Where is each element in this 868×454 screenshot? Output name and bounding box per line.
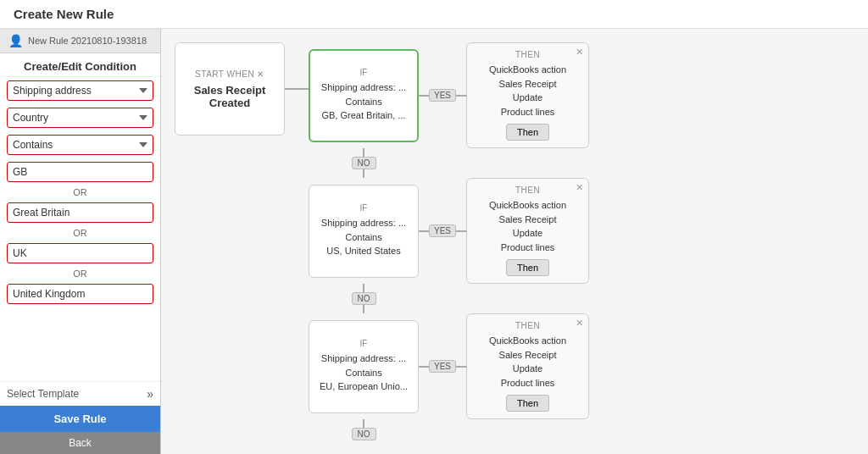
if-node-3-header: IF — [360, 339, 368, 348]
then-node-2-body: QuickBooks actionSales ReceiptUpdateProd… — [489, 198, 566, 254]
then-node-1-body: QuickBooks actionSales ReceiptUpdateProd… — [489, 63, 566, 119]
no-badge-3: NO — [352, 428, 376, 440]
then-close-2[interactable]: ✕ — [576, 182, 583, 193]
then-node-3: ✕ THEN QuickBooks actionSales ReceiptUpd… — [466, 313, 589, 419]
if-node-2-header: IF — [360, 203, 368, 213]
then-button-2[interactable]: Then — [506, 259, 549, 276]
page-title: Create New Rule — [14, 7, 114, 21]
back-button[interactable]: Back — [0, 432, 160, 454]
select-template-label: Select Template — [7, 388, 79, 400]
then-node-2-header: THEN — [515, 185, 540, 195]
then-node-2: ✕ THEN QuickBooks actionSales ReceiptUpd… — [466, 178, 589, 284]
then-node-1: ✕ THEN QuickBooks actionSales ReceiptUpd… — [466, 42, 589, 148]
start-node-header: START WHEN ✕ — [195, 69, 264, 79]
if-node-2-body: Shipping address: ...ContainsUS, United … — [321, 216, 406, 258]
start-node-title: Sales Receipt Created — [182, 84, 277, 109]
main-layout: 👤 New Rule 20210810-193818 Create/Edit C… — [0, 29, 868, 454]
value3-input[interactable] — [7, 243, 153, 263]
then-close-3[interactable]: ✕ — [576, 318, 583, 329]
value1-input[interactable] — [7, 162, 153, 182]
sidebar: 👤 New Rule 20210810-193818 Create/Edit C… — [0, 29, 161, 454]
then-button-3[interactable]: Then — [506, 395, 549, 412]
value4-group — [0, 280, 160, 307]
then-node-3-header: THEN — [515, 321, 540, 330]
field3-group: Contains — [0, 131, 160, 158]
if-node-1-header: IF — [360, 68, 368, 77]
rule-name-bar: 👤 New Rule 20210810-193818 — [0, 29, 160, 53]
then-close-1[interactable]: ✕ — [576, 47, 583, 58]
panel-title: Create/Edit Condition — [0, 53, 160, 77]
save-rule-button[interactable]: Save Rule — [0, 406, 160, 432]
value3-group — [0, 240, 160, 267]
start-node: START WHEN ✕ Sales Receipt Created — [175, 42, 285, 136]
value1-group — [0, 158, 160, 185]
field2-group: Country — [0, 104, 160, 131]
select-template-row[interactable]: Select Template » — [0, 381, 160, 406]
contains-select[interactable]: Contains — [7, 135, 153, 155]
if-node-3: IF Shipping address: ...ContainsEU, Euro… — [309, 320, 419, 413]
select-template-arrow-icon: » — [147, 387, 153, 401]
yes-badge-3: YES — [429, 360, 456, 373]
then-node-3-body: QuickBooks actionSales ReceiptUpdateProd… — [489, 334, 566, 390]
yes-badge-1: YES — [429, 89, 456, 102]
or3-label: OR — [0, 267, 160, 280]
no-badge-2: NO — [352, 292, 376, 305]
then-node-1-header: THEN — [515, 50, 540, 59]
if-node-1-body: Shipping address: ...ContainsGB, Great B… — [321, 80, 406, 123]
yes-badge-2: YES — [429, 224, 456, 237]
no-badge-1: NO — [352, 157, 376, 169]
if-node-3-body: Shipping address: ...ContainsEU, Europea… — [320, 352, 408, 394]
value2-group — [0, 199, 160, 226]
then-button-1[interactable]: Then — [506, 124, 549, 141]
shipping-address-select[interactable]: Shipping address — [7, 80, 153, 101]
if-node-2: IF Shipping address: ...ContainsUS, Unit… — [309, 185, 419, 278]
rule-icon: 👤 — [8, 34, 23, 47]
country-select[interactable]: Country — [7, 108, 153, 128]
page-header: Create New Rule — [0, 0, 868, 29]
field1-group: Shipping address — [0, 77, 160, 104]
or1-label: OR — [0, 185, 160, 199]
value2-input[interactable] — [7, 202, 153, 223]
rule-name: New Rule 20210810-193818 — [28, 36, 147, 46]
or2-label: OR — [0, 226, 160, 240]
value4-input[interactable] — [7, 284, 153, 304]
canvas: START WHEN ✕ Sales Receipt Created IF Sh… — [161, 29, 868, 454]
if-node-1: IF Shipping address: ...ContainsGB, Grea… — [309, 49, 419, 142]
